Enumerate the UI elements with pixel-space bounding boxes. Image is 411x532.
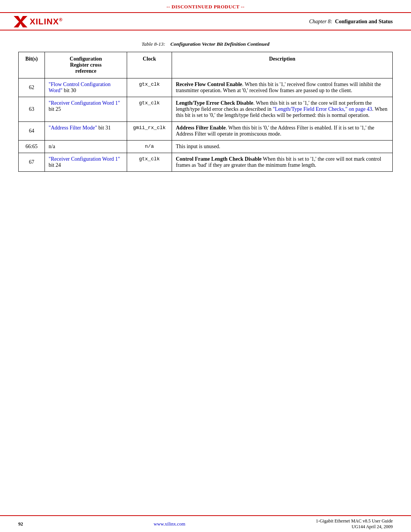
inner-link-63[interactable]: "Length/Type Field Error Checks," on pag… (273, 106, 372, 112)
page-footer: 92 www.xilinx.com 1-Gigabit Ethernet MAC… (0, 515, 411, 532)
discontinued-text: -- DISCONTINUED PRODUCT -- (166, 4, 244, 10)
config-link-64[interactable]: "Address Filter Mode" (49, 125, 97, 131)
config-63: "Receiver Configuration Word 1" bit 25 (45, 97, 127, 122)
header-clock: Clock (127, 52, 172, 78)
xilinx-logo: XILINX® (14, 16, 63, 27)
discontinued-banner: -- DISCONTINUED PRODUCT -- (0, 0, 411, 13)
table-row: 62 "Flow Control Configuration Word" bit… (19, 78, 393, 97)
config-link-62[interactable]: "Flow Control Configuration Word" (49, 81, 111, 93)
bits-67: 67 (19, 153, 45, 172)
table-row: 64 "Address Filter Mode" bit 31 gmii_rx_… (19, 122, 393, 141)
table-title: Configuration Vector Bit Definition Cont… (170, 41, 269, 47)
header-config: ConfigurationRegister crossreference (45, 52, 127, 78)
desc-63: Length/Type Error Check Disable. When th… (172, 97, 393, 122)
config-6665: n/a (45, 141, 127, 153)
table-row: 63 "Receiver Configuration Word 1" bit 2… (19, 97, 393, 122)
clock-6665: n/a (127, 141, 172, 153)
desc-6665: This input is unused. (172, 141, 393, 153)
config-62: "Flow Control Configuration Word" bit 30 (45, 78, 127, 97)
page-header: XILINX® Chapter 8: Configuration and Sta… (0, 13, 411, 30)
footer-guide-line2: UG144 April 24, 2009 (316, 524, 393, 530)
xilinx-brand-text: XILINX® (30, 17, 63, 27)
table-header-row: Bit(s) ConfigurationRegister crossrefere… (19, 52, 393, 78)
bits-64: 64 (19, 122, 45, 141)
header-bits: Bit(s) (19, 52, 45, 78)
footer-guide-line1: 1-Gigabit Ethernet MAC v8.5 User Guide (316, 518, 393, 524)
desc-bold-64: Address Filter Enable (176, 125, 226, 131)
footer-url[interactable]: www.xilinx.com (154, 521, 185, 527)
table-row: 66:65 n/a n/a This input is unused. (19, 141, 393, 153)
desc-62: Receive Flow Control Enable. When this b… (172, 78, 393, 97)
desc-bold-63: Length/Type Error Check Disable (176, 100, 253, 106)
header-description: Description (172, 52, 393, 78)
table-row: 67 "Receiver Configuration Word 1" bit 2… (19, 153, 393, 172)
clock-67: gtx_clk (127, 153, 172, 172)
main-content: Table 8-13: Configuration Vector Bit Def… (0, 30, 411, 179)
bits-6665: 66:65 (19, 141, 45, 153)
bits-62: 62 (19, 78, 45, 97)
footer-page-number: 92 (18, 521, 23, 527)
clock-62: gtx_clk (127, 78, 172, 97)
desc-64: Address Filter Enable. When this bit is … (172, 122, 393, 141)
config-table: Bit(s) ConfigurationRegister crossrefere… (18, 52, 393, 172)
config-link-67[interactable]: "Receiver Configuration Word 1" (49, 156, 120, 162)
config-67: "Receiver Configuration Word 1" bit 24 (45, 153, 127, 172)
chapter-title: Chapter 8: Configuration and Status (309, 19, 393, 25)
desc-bold-62: Receive Flow Control Enable (176, 81, 242, 87)
config-link-63[interactable]: "Receiver Configuration Word 1" (49, 100, 120, 106)
desc-67: Control Frame Length Check Disable When … (172, 153, 393, 172)
desc-bold-67: Control Frame Length Check Disable (176, 156, 261, 162)
xilinx-x-icon (14, 16, 27, 27)
footer-guide: 1-Gigabit Ethernet MAC v8.5 User Guide U… (316, 518, 393, 530)
table-number: Table 8-13: (142, 41, 165, 47)
clock-64: gmii_rx_clk (127, 122, 172, 141)
svg-marker-0 (14, 16, 27, 27)
clock-63: gtx_clk (127, 97, 172, 122)
table-caption: Table 8-13: Configuration Vector Bit Def… (18, 41, 393, 47)
bits-63: 63 (19, 97, 45, 122)
config-64: "Address Filter Mode" bit 31 (45, 122, 127, 141)
